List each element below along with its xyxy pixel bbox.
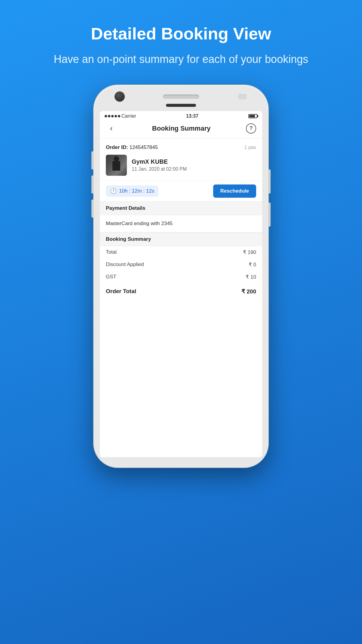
payment-method: MasterCard ending with 2345 [100, 215, 262, 232]
status-bar: Carrier 13:37 [100, 111, 262, 120]
signal-dot-1 [105, 115, 107, 117]
hero-title: Detailed Booking View [73, 24, 289, 43]
battery-icon [248, 114, 257, 118]
booking-thumbnail [106, 155, 127, 176]
summary-total-label: Total [106, 249, 117, 255]
summary-discount-row: Discount Applied ₹ 0 [100, 259, 262, 271]
summary-gst-value: ₹ 10 [246, 274, 256, 280]
timer-row: 🕐 10h : 12m : 12s Reschedule [100, 181, 262, 201]
phone-mockup: Carrier 13:37 ‹ Booking Summary ? [94, 85, 268, 482]
summary-discount-label: Discount Applied [106, 262, 144, 268]
phone-speaker [163, 94, 199, 99]
timer-badge: 🕐 10h : 12m : 12s [106, 185, 158, 197]
hero-subtitle: Have an on-point summary for each of you… [30, 52, 332, 67]
payment-section-header: Payment Details [100, 201, 262, 215]
booking-summary-header: Booking Summary [100, 232, 262, 246]
booking-image [106, 155, 127, 176]
phone-screen: Carrier 13:37 ‹ Booking Summary ? [100, 111, 262, 457]
pax-count: 1 pax [244, 145, 256, 150]
status-time: 13:37 [186, 113, 198, 119]
gym-silhouette [110, 156, 122, 174]
phone-sensor [238, 94, 247, 99]
order-total-label: Order Total [106, 288, 136, 295]
phone-top-bar [94, 85, 268, 107]
order-header: Order ID: 1245457845 1 pax [100, 138, 262, 155]
status-carrier: Carrier [105, 113, 136, 119]
booking-datetime: 11 Jan, 2020 at 02:00 PM [132, 166, 256, 172]
phone-shell: Carrier 13:37 ‹ Booking Summary ? [94, 85, 268, 467]
carrier-name: Carrier [121, 113, 136, 119]
signal-dot-3 [111, 115, 114, 117]
back-button[interactable]: ‹ [106, 123, 117, 134]
signal-dot-2 [108, 115, 110, 117]
summary-discount-value: ₹ 0 [249, 262, 256, 268]
summary-gst-label: GST [106, 274, 116, 280]
phone-earpiece [166, 104, 196, 107]
battery-indicator [248, 114, 257, 118]
navigation-bar: ‹ Booking Summary ? [100, 120, 262, 138]
summary-total-value: ₹ 190 [243, 249, 256, 255]
order-total-value: ₹ 200 [241, 288, 256, 295]
battery-fill [249, 115, 255, 117]
order-id: Order ID: 1245457845 [106, 144, 158, 150]
screen-content: Order ID: 1245457845 1 pax GymX KUBE 11 … [100, 138, 262, 457]
order-id-value: 1245457845 [129, 144, 158, 150]
phone-camera [115, 92, 124, 101]
booking-name: GymX KUBE [132, 158, 256, 165]
phone-camera-area [109, 92, 253, 101]
nav-title: Booking Summary [152, 125, 210, 132]
clock-icon: 🕐 [110, 188, 117, 194]
signal-dot-5 [118, 115, 120, 117]
order-total-row: Order Total ₹ 200 [100, 283, 262, 298]
signal-dot-4 [115, 115, 117, 117]
reschedule-button[interactable]: Reschedule [213, 184, 256, 198]
order-id-label: Order ID: [106, 144, 128, 150]
summary-total-row: Total ₹ 190 [100, 246, 262, 259]
signal-dots [105, 115, 120, 117]
booking-item: GymX KUBE 11 Jan, 2020 at 02:00 PM [100, 155, 262, 181]
help-button[interactable]: ? [246, 123, 256, 134]
booking-info: GymX KUBE 11 Jan, 2020 at 02:00 PM [132, 158, 256, 172]
countdown-timer: 10h : 12m : 12s [119, 188, 154, 194]
summary-gst-row: GST ₹ 10 [100, 271, 262, 283]
